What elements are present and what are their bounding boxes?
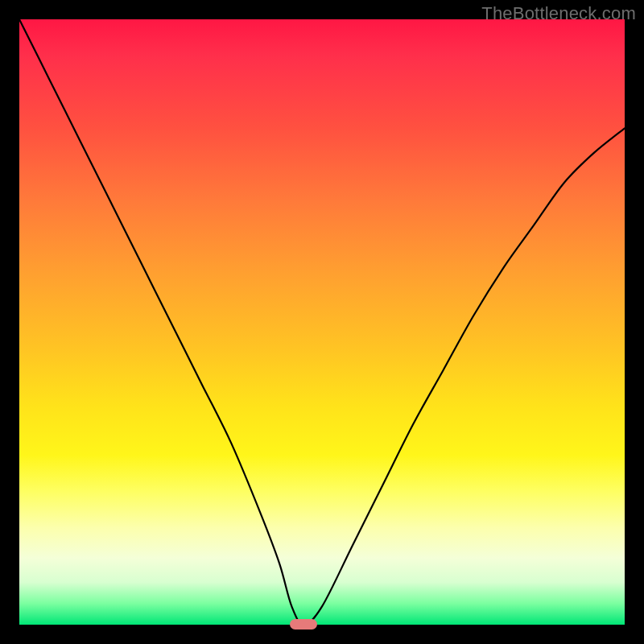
watermark-text: TheBottleneck.com [481, 3, 636, 24]
chart-frame: TheBottleneck.com [0, 0, 644, 644]
bottleneck-curve [19, 19, 625, 625]
optimal-marker [290, 619, 317, 630]
plot-area [19, 19, 625, 625]
